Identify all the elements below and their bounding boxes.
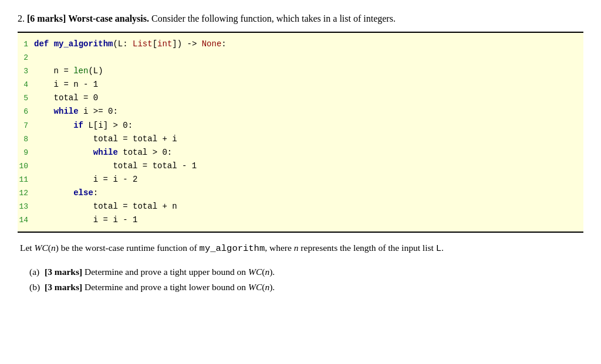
code-text-1: def my_algorithm(L: List[int]) -> None:	[34, 38, 227, 51]
question-title: Worst-case analysis.	[68, 13, 149, 23]
code-text-8: total = total + i	[34, 132, 177, 146]
code-line-2: 2	[18, 51, 583, 64]
description: Let WC(n) be the worst-case runtime func…	[18, 241, 583, 256]
part-b-label: (b)	[29, 280, 41, 295]
code-line-6: 6 while i >= 0:	[18, 105, 583, 118]
part-a-label: (a)	[29, 264, 41, 280]
code-text-3: n = len(L)	[34, 64, 103, 78]
line-num-2: 2	[18, 52, 34, 64]
code-line-7: 7 if L[i] > 0:	[18, 119, 583, 132]
code-text-13: total = total + n	[34, 200, 177, 213]
part-a-marks: [3 marks]	[45, 267, 82, 277]
code-text-7: if L[i] > 0:	[34, 119, 133, 132]
code-text-2	[34, 51, 39, 64]
part-b-marks: [3 marks]	[45, 282, 82, 292]
line-num-3: 3	[18, 65, 34, 77]
code-line-14: 14 i = i - 1	[18, 213, 583, 227]
code-line-3: 3 n = len(L)	[18, 64, 583, 78]
code-line-5: 5 total = 0	[18, 91, 583, 105]
code-text-5: total = 0	[34, 91, 98, 105]
code-line-13: 13 total = total + n	[18, 200, 583, 213]
code-line-12: 12 else:	[18, 186, 583, 200]
parts: (a) [3 marks] Determine and prove a tigh…	[18, 264, 583, 295]
line-num-7: 7	[18, 120, 34, 132]
line-num-1: 1	[18, 38, 34, 50]
line-num-6: 6	[18, 106, 34, 118]
code-line-11: 11 i = i - 2	[18, 173, 583, 186]
question-number: 2.	[18, 13, 25, 23]
code-line-8: 8 total = total + i	[18, 132, 583, 146]
question-description: Consider the following function, which t…	[151, 13, 396, 23]
part-a: (a) [3 marks] Determine and prove a tigh…	[29, 264, 583, 280]
code-line-1: 1 def my_algorithm(L: List[int]) -> None…	[18, 38, 583, 51]
code-text-9: while total > 0:	[34, 146, 172, 159]
code-block: 1 def my_algorithm(L: List[int]) -> None…	[18, 32, 583, 233]
code-text-10: total = total - 1	[34, 159, 197, 173]
code-text-4: i = n - 1	[34, 78, 98, 91]
part-b-text: [3 marks] Determine and prove a tight lo…	[45, 280, 275, 295]
question-header: 2. [6 marks] Worst-case analysis. Consid…	[18, 12, 583, 26]
line-num-10: 10	[18, 160, 34, 172]
line-num-13: 13	[18, 200, 34, 213]
code-text-11: i = i - 2	[34, 173, 137, 186]
code-line-4: 4 i = n - 1	[18, 78, 583, 91]
line-num-11: 11	[18, 174, 34, 186]
line-num-14: 14	[18, 214, 34, 226]
code-line-9: 9 while total > 0:	[18, 146, 583, 159]
line-num-12: 12	[18, 187, 34, 199]
line-num-8: 8	[18, 133, 34, 145]
line-num-4: 4	[18, 79, 34, 91]
code-text-14: i = i - 1	[34, 213, 137, 227]
code-text-12: else:	[34, 186, 98, 200]
body-text: Let WC(n) be the worst-case runtime func…	[20, 241, 581, 256]
line-num-5: 5	[18, 92, 34, 104]
line-num-9: 9	[18, 147, 34, 159]
part-b: (b) [3 marks] Determine and prove a tigh…	[29, 280, 583, 295]
part-a-text: [3 marks] Determine and prove a tight up…	[45, 264, 275, 280]
code-line-10: 10 total = total - 1	[18, 159, 583, 173]
code-text-6: while i >= 0:	[34, 105, 118, 118]
question-marks: [6 marks]	[27, 13, 66, 23]
